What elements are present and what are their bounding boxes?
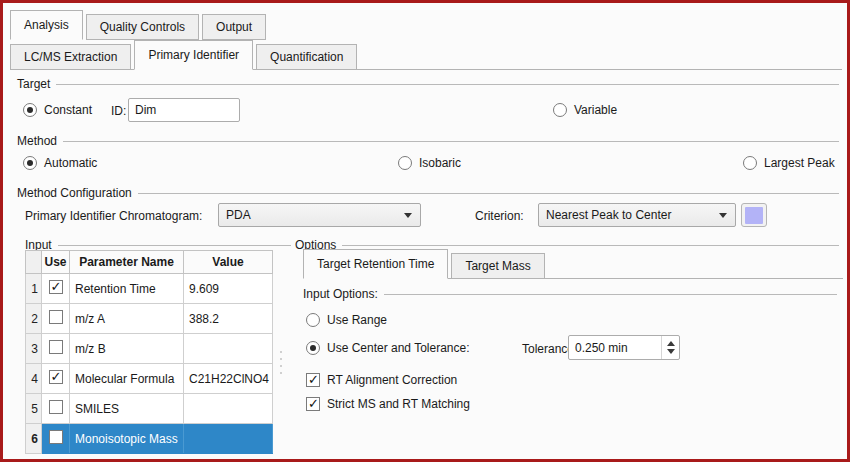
param-name-cell[interactable]: Retention Time — [70, 274, 184, 304]
id-label: ID: — [111, 104, 126, 118]
value-cell[interactable]: 388.2 — [184, 304, 273, 334]
variable-radio[interactable] — [553, 103, 567, 117]
chromatogram-dropdown-value: PDA — [226, 208, 251, 222]
tab-output[interactable]: Output — [202, 14, 266, 40]
color-swatch-button[interactable] — [741, 203, 767, 227]
use-checkbox[interactable] — [49, 430, 63, 444]
row-number[interactable]: 3 — [26, 334, 42, 364]
target-group-header: Target — [17, 77, 839, 91]
use-checkbox[interactable] — [49, 400, 63, 414]
tolerance-value[interactable]: 0.250 min — [569, 336, 661, 359]
method-config-group-label: Method Configuration — [17, 186, 132, 200]
param-name-cell[interactable]: m/z B — [70, 334, 184, 364]
constant-radio-label[interactable]: Constant — [44, 103, 92, 117]
use-range-radio-row: Use Range — [306, 313, 387, 327]
tab-primary-identifier[interactable]: Primary Identifier — [134, 40, 253, 70]
color-swatch — [745, 207, 763, 224]
rt-alignment-checkbox-label[interactable]: RT Alignment Correction — [327, 373, 457, 387]
constant-radio-row: Constant — [23, 103, 92, 117]
param-name-cell[interactable]: SMILES — [70, 394, 184, 424]
row-number[interactable]: 5 — [26, 394, 42, 424]
value-cell[interactable] — [184, 394, 273, 424]
method-config-group-header: Method Configuration — [17, 186, 839, 200]
isobaric-radio[interactable] — [398, 156, 412, 170]
tab-target-retention-time[interactable]: Target Retention Time — [303, 249, 448, 279]
variable-radio-label[interactable]: Variable — [574, 103, 617, 117]
use-center-radio-row: Use Center and Tolerance: — [306, 341, 470, 355]
id-field-value: Dim — [135, 103, 156, 117]
value-cell[interactable] — [184, 334, 273, 364]
automatic-radio-row: Automatic — [23, 156, 97, 170]
input-options-label: Input Options: — [303, 287, 378, 301]
use-center-tolerance-radio[interactable] — [306, 341, 320, 355]
grid-splitter-handle[interactable] — [280, 351, 282, 374]
criterion-label: Criterion: — [475, 209, 524, 223]
strict-ms-checkbox-label[interactable]: Strict MS and RT Matching — [327, 397, 470, 411]
table-row[interactable]: 4 Molecular Formula C21H22ClNO4 — [26, 364, 273, 394]
use-checkbox[interactable] — [49, 280, 63, 294]
use-checkbox[interactable] — [49, 340, 63, 354]
col-header-use[interactable]: Use — [42, 251, 70, 274]
strict-ms-checkbox[interactable] — [306, 397, 320, 411]
target-group-label: Target — [17, 77, 50, 91]
col-header-value[interactable]: Value — [184, 251, 273, 274]
strict-ms-checkbox-row: Strict MS and RT Matching — [306, 397, 470, 411]
tab-analysis[interactable]: Analysis — [10, 10, 83, 40]
spin-down-icon[interactable] — [667, 349, 675, 354]
table-row[interactable]: 2 m/z A 388.2 — [26, 304, 273, 334]
id-field[interactable]: Dim — [128, 98, 240, 122]
table-row[interactable]: 5 SMILES — [26, 394, 273, 424]
variable-radio-row: Variable — [553, 103, 617, 117]
criterion-dropdown-value: Nearest Peak to Center — [546, 208, 671, 222]
use-center-tolerance-radio-label[interactable]: Use Center and Tolerance: — [327, 341, 470, 355]
param-name-cell[interactable]: m/z A — [70, 304, 184, 334]
analysis-tabstrip: LC/MS Extraction Primary Identifier Quan… — [10, 40, 842, 70]
table-header-row: Use Parameter Name Value — [26, 251, 273, 274]
tolerance-spin-buttons — [661, 336, 679, 359]
chromatogram-dropdown[interactable]: PDA — [218, 203, 421, 227]
automatic-radio[interactable] — [23, 156, 37, 170]
chevron-down-icon — [404, 213, 412, 218]
rt-alignment-checkbox[interactable] — [306, 373, 320, 387]
largest-peak-radio-label[interactable]: Largest Peak — [764, 156, 835, 170]
tab-quality-controls[interactable]: Quality Controls — [86, 14, 199, 40]
method-group-label: Method — [17, 134, 57, 148]
largest-peak-radio[interactable] — [743, 156, 757, 170]
table-row[interactable]: 1 Retention Time 9.609 — [26, 274, 273, 304]
tab-quantification[interactable]: Quantification — [256, 44, 357, 70]
value-cell[interactable] — [184, 424, 273, 454]
largest-peak-radio-row: Largest Peak — [743, 156, 835, 170]
value-cell[interactable]: C21H22ClNO4 — [184, 364, 273, 394]
table-row[interactable]: 3 m/z B — [26, 334, 273, 364]
param-name-cell[interactable]: Monoisotopic Mass — [70, 424, 184, 454]
automatic-radio-label[interactable]: Automatic — [44, 156, 97, 170]
chevron-down-icon — [719, 213, 727, 218]
tolerance-stepper[interactable]: 0.250 min — [568, 335, 680, 360]
criterion-dropdown[interactable]: Nearest Peak to Center — [538, 203, 736, 227]
input-parameter-table: Use Parameter Name Value 1 Retention Tim… — [25, 250, 273, 454]
col-header-parameter-name[interactable]: Parameter Name — [70, 251, 184, 274]
row-number[interactable]: 6 — [26, 424, 42, 454]
rt-alignment-checkbox-row: RT Alignment Correction — [306, 373, 457, 387]
tab-lcms-extraction[interactable]: LC/MS Extraction — [10, 44, 131, 70]
tab-target-mass[interactable]: Target Mass — [451, 253, 544, 279]
isobaric-radio-label[interactable]: Isobaric — [419, 156, 461, 170]
analysis-window: Analysis Quality Controls Output LC/MS E… — [0, 0, 850, 462]
use-checkbox[interactable] — [49, 310, 63, 324]
constant-radio[interactable] — [23, 103, 37, 117]
use-checkbox[interactable] — [49, 370, 63, 384]
input-options-header: Input Options: — [303, 287, 837, 301]
table-row-selected[interactable]: 6 Monoisotopic Mass — [26, 424, 273, 454]
row-number[interactable]: 1 — [26, 274, 42, 304]
isobaric-radio-row: Isobaric — [398, 156, 461, 170]
value-cell[interactable]: 9.609 — [184, 274, 273, 304]
table-corner-cell — [26, 251, 42, 274]
method-group-header: Method — [17, 134, 839, 148]
use-range-radio[interactable] — [306, 313, 320, 327]
top-tabstrip: Analysis Quality Controls Output — [10, 10, 269, 40]
row-number[interactable]: 2 — [26, 304, 42, 334]
spin-up-icon[interactable] — [667, 341, 675, 346]
use-range-radio-label[interactable]: Use Range — [327, 313, 387, 327]
param-name-cell[interactable]: Molecular Formula — [70, 364, 184, 394]
row-number[interactable]: 4 — [26, 364, 42, 394]
